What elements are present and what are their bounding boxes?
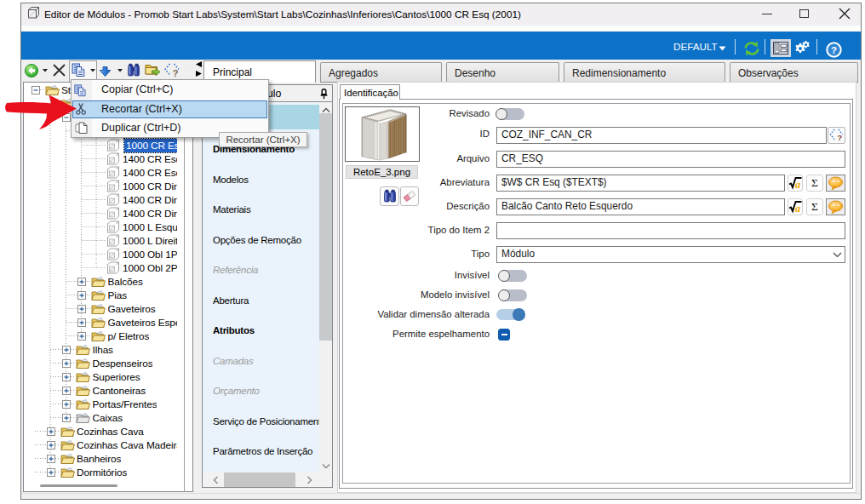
- svg-text:a: a: [795, 179, 800, 190]
- svg-text:?: ?: [831, 45, 837, 55]
- svg-text:a: a: [795, 203, 800, 214]
- svg-text:?: ?: [837, 133, 842, 142]
- svg-text:?: ?: [173, 68, 179, 77]
